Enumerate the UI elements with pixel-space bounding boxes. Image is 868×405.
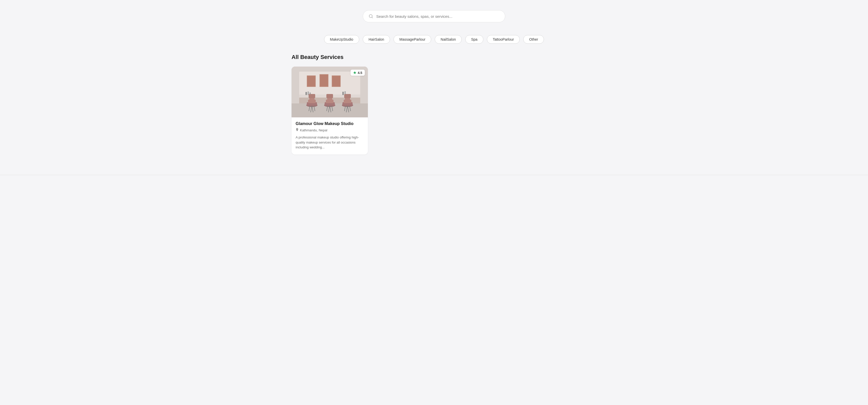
cards-grid: ★ 4.5 Glamour Glow Makeup Studio Kathman…	[291, 67, 577, 155]
svg-rect-25	[309, 94, 315, 98]
svg-rect-23	[308, 100, 316, 103]
rating-value: 4.5	[358, 71, 362, 75]
card-title: Glamour Glow Makeup Studio	[296, 122, 364, 126]
svg-line-1	[372, 17, 372, 18]
search-section	[291, 0, 577, 30]
service-card-glamour-glow[interactable]: ★ 4.5 Glamour Glow Makeup Studio Kathman…	[291, 67, 368, 155]
category-pill-other[interactable]: Other	[523, 35, 544, 44]
main-content: All Beauty Services	[291, 51, 577, 165]
search-icon	[369, 14, 373, 19]
svg-rect-15	[332, 76, 340, 87]
svg-rect-43	[344, 94, 351, 98]
category-pill-makeup-studio[interactable]: MakeUpStudio	[324, 35, 359, 44]
svg-rect-19	[342, 92, 344, 95]
card-location: Kathmandu, Nepal	[296, 128, 364, 132]
card-description: A professional makeup studio offering hi…	[296, 135, 364, 150]
svg-rect-16	[306, 92, 307, 95]
footer-divider	[0, 175, 868, 175]
category-pill-tattoo-parlour[interactable]: TattooParlour	[487, 35, 520, 44]
card-body: Glamour Glow Makeup Studio Kathmandu, Ne…	[291, 117, 368, 155]
svg-rect-34	[327, 94, 333, 98]
location-pin-icon	[296, 128, 299, 132]
category-pill-hair-salon[interactable]: HairSalon	[363, 35, 390, 44]
search-input[interactable]	[376, 14, 499, 19]
search-bar	[363, 10, 505, 22]
category-pill-massage-parlour[interactable]: MassageParlour	[394, 35, 431, 44]
category-pill-nail-salon[interactable]: NailSalon	[435, 35, 462, 44]
svg-rect-13	[320, 75, 328, 87]
category-pill-spa[interactable]: Spa	[465, 35, 483, 44]
star-icon: ★	[353, 71, 356, 75]
card-image: ★ 4.5	[291, 67, 368, 117]
rating-badge: ★ 4.5	[350, 70, 365, 76]
svg-rect-11	[307, 76, 315, 87]
category-filters: MakeUpStudioHairSalonMassageParlourNailS…	[291, 30, 577, 51]
svg-rect-32	[326, 100, 334, 103]
svg-rect-41	[344, 100, 351, 103]
location-text: Kathmandu, Nepal	[300, 128, 328, 132]
section-title: All Beauty Services	[291, 54, 577, 61]
